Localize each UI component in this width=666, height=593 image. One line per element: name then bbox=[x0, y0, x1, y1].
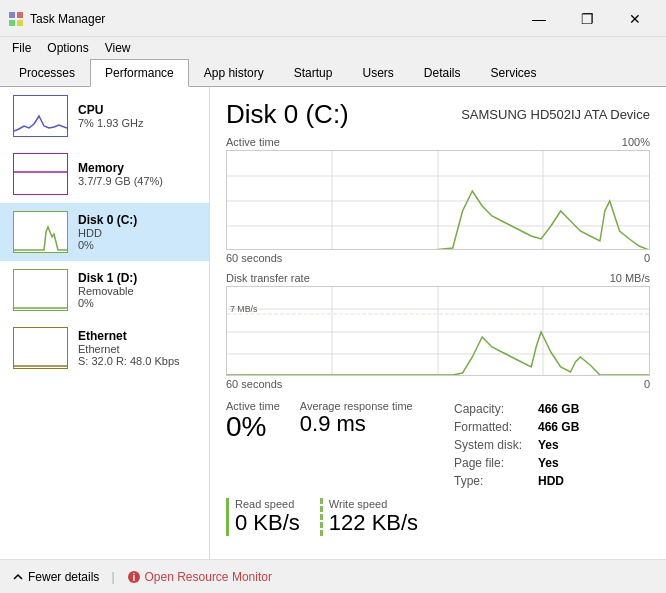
fewer-details-button[interactable]: Fewer details bbox=[12, 570, 99, 584]
ethernet-label: Ethernet bbox=[78, 329, 199, 343]
disk0-sub: HDD bbox=[78, 227, 199, 239]
chart1-label-left: Active time bbox=[226, 136, 280, 148]
svg-text:i: i bbox=[132, 572, 135, 583]
chart2-label-right: 10 MB/s bbox=[610, 272, 650, 284]
chart1-time-right: 0 bbox=[644, 252, 650, 264]
read-speed-value: 0 KB/s bbox=[235, 510, 300, 536]
memory-mini-graph bbox=[13, 153, 68, 195]
window-controls: — ❐ ✕ bbox=[516, 6, 658, 32]
sidebar-item-cpu[interactable]: CPU 7% 1.93 GHz bbox=[0, 87, 209, 145]
window-title: Task Manager bbox=[30, 12, 105, 26]
minimize-button[interactable]: — bbox=[516, 6, 562, 32]
disk1-mini-graph bbox=[13, 269, 68, 311]
disk0-mini-graph bbox=[13, 211, 68, 253]
write-speed-block: Write speed 122 KB/s bbox=[320, 498, 418, 536]
sidebar-item-ethernet[interactable]: Ethernet Ethernet S: 32.0 R: 48.0 Kbps bbox=[0, 319, 209, 377]
chart2-labels: Disk transfer rate 10 MB/s bbox=[226, 272, 650, 284]
bottom-bar: Fewer details | i Open Resource Monitor bbox=[0, 559, 666, 593]
main-content: CPU 7% 1.93 GHz Memory 3.7/7.9 GB (47%) bbox=[0, 87, 666, 568]
title-bar: Task Manager — ❐ ✕ bbox=[0, 0, 666, 37]
menu-file[interactable]: File bbox=[4, 39, 39, 57]
active-time-stat: Active time 0% bbox=[226, 400, 280, 443]
ethernet-mini-graph bbox=[13, 327, 68, 369]
write-speed-label: Write speed bbox=[329, 498, 418, 510]
svg-rect-2 bbox=[9, 20, 15, 26]
formatted-value: 466 GB bbox=[534, 418, 583, 436]
cpu-mini-graph bbox=[13, 95, 68, 137]
tab-details[interactable]: Details bbox=[409, 59, 476, 87]
sidebar-item-disk1[interactable]: Disk 1 (D:) Removable 0% bbox=[0, 261, 209, 319]
system-disk-label: System disk: bbox=[450, 436, 534, 454]
disk1-sub: Removable bbox=[78, 285, 199, 297]
separator: | bbox=[111, 570, 114, 584]
disk-header: Disk 0 (C:) SAMSUNG HD502IJ ATA Device bbox=[226, 99, 650, 130]
open-resource-label: Open Resource Monitor bbox=[145, 570, 272, 584]
transfer-rate-chart: 7 MB/s bbox=[226, 286, 650, 376]
transfer-rate-chart-section: Disk transfer rate 10 MB/s 7 MB/s bbox=[226, 272, 650, 390]
chart2-time-right: 0 bbox=[644, 378, 650, 390]
open-resource-monitor-button[interactable]: i Open Resource Monitor bbox=[127, 570, 272, 584]
disk-details-stats: Capacity: 466 GB Formatted: 466 GB Syste… bbox=[450, 400, 650, 490]
formatted-label: Formatted: bbox=[450, 418, 534, 436]
memory-info: Memory 3.7/7.9 GB (47%) bbox=[78, 161, 199, 187]
disk1-val: 0% bbox=[78, 297, 199, 309]
read-speed-block: Read speed 0 KB/s bbox=[226, 498, 300, 536]
cpu-label: CPU bbox=[78, 103, 199, 117]
svg-rect-0 bbox=[9, 12, 15, 18]
cpu-sub: 7% 1.93 GHz bbox=[78, 117, 199, 129]
disk0-val: 0% bbox=[78, 239, 199, 251]
tab-processes[interactable]: Processes bbox=[4, 59, 90, 87]
memory-label: Memory bbox=[78, 161, 199, 175]
svg-rect-3 bbox=[17, 20, 23, 26]
right-panel: Disk 0 (C:) SAMSUNG HD502IJ ATA Device A… bbox=[210, 87, 666, 568]
avg-response-stat: Average response time 0.9 ms bbox=[300, 400, 413, 436]
type-value: HDD bbox=[534, 472, 583, 490]
avg-response-value: 0.9 ms bbox=[300, 412, 413, 436]
speed-row: Read speed 0 KB/s Write speed 122 KB/s bbox=[226, 498, 650, 536]
close-button[interactable]: ✕ bbox=[612, 6, 658, 32]
tab-services[interactable]: Services bbox=[476, 59, 552, 87]
ethernet-sub: Ethernet bbox=[78, 343, 199, 355]
ethernet-val: S: 32.0 R: 48.0 Kbps bbox=[78, 355, 199, 367]
menu-options[interactable]: Options bbox=[39, 39, 96, 57]
svg-text:7 MB/s: 7 MB/s bbox=[230, 304, 258, 314]
svg-rect-1 bbox=[17, 12, 23, 18]
active-time-chart-section: Active time 100% 60 seconds 0 bbox=[226, 136, 650, 264]
tab-performance[interactable]: Performance bbox=[90, 59, 189, 87]
system-disk-value: Yes bbox=[534, 436, 583, 454]
page-file-label: Page file: bbox=[450, 454, 534, 472]
fewer-details-label: Fewer details bbox=[28, 570, 99, 584]
chart2-time-labels: 60 seconds 0 bbox=[226, 378, 650, 390]
capacity-label: Capacity: bbox=[450, 400, 534, 418]
stats-row: Active time 0% Average response time 0.9… bbox=[226, 400, 650, 490]
disk1-info: Disk 1 (D:) Removable 0% bbox=[78, 271, 199, 309]
chart1-labels: Active time 100% bbox=[226, 136, 650, 148]
disk0-info: Disk 0 (C:) HDD 0% bbox=[78, 213, 199, 251]
tab-users[interactable]: Users bbox=[347, 59, 408, 87]
cpu-info: CPU 7% 1.93 GHz bbox=[78, 103, 199, 129]
disk0-label: Disk 0 (C:) bbox=[78, 213, 199, 227]
menu-bar: File Options View bbox=[0, 37, 666, 59]
left-panel: CPU 7% 1.93 GHz Memory 3.7/7.9 GB (47%) bbox=[0, 87, 210, 568]
chart2-label-left: Disk transfer rate bbox=[226, 272, 310, 284]
tab-startup[interactable]: Startup bbox=[279, 59, 348, 87]
maximize-button[interactable]: ❐ bbox=[564, 6, 610, 32]
chart1-time-left: 60 seconds bbox=[226, 252, 282, 264]
resource-monitor-icon: i bbox=[127, 570, 141, 584]
read-speed-label: Read speed bbox=[235, 498, 300, 510]
chart1-time-labels: 60 seconds 0 bbox=[226, 252, 650, 264]
ethernet-info: Ethernet Ethernet S: 32.0 R: 48.0 Kbps bbox=[78, 329, 199, 367]
menu-view[interactable]: View bbox=[97, 39, 139, 57]
tab-app-history[interactable]: App history bbox=[189, 59, 279, 87]
active-time-chart bbox=[226, 150, 650, 250]
disk1-label: Disk 1 (D:) bbox=[78, 271, 199, 285]
sidebar-item-disk0[interactable]: Disk 0 (C:) HDD 0% bbox=[0, 203, 209, 261]
chart1-label-right: 100% bbox=[622, 136, 650, 148]
disk-device: SAMSUNG HD502IJ ATA Device bbox=[461, 107, 650, 122]
write-speed-value: 122 KB/s bbox=[329, 510, 418, 536]
type-label: Type: bbox=[450, 472, 534, 490]
capacity-value: 466 GB bbox=[534, 400, 583, 418]
chart2-time-left: 60 seconds bbox=[226, 378, 282, 390]
sidebar-item-memory[interactable]: Memory 3.7/7.9 GB (47%) bbox=[0, 145, 209, 203]
tab-bar: Processes Performance App history Startu… bbox=[0, 59, 666, 87]
